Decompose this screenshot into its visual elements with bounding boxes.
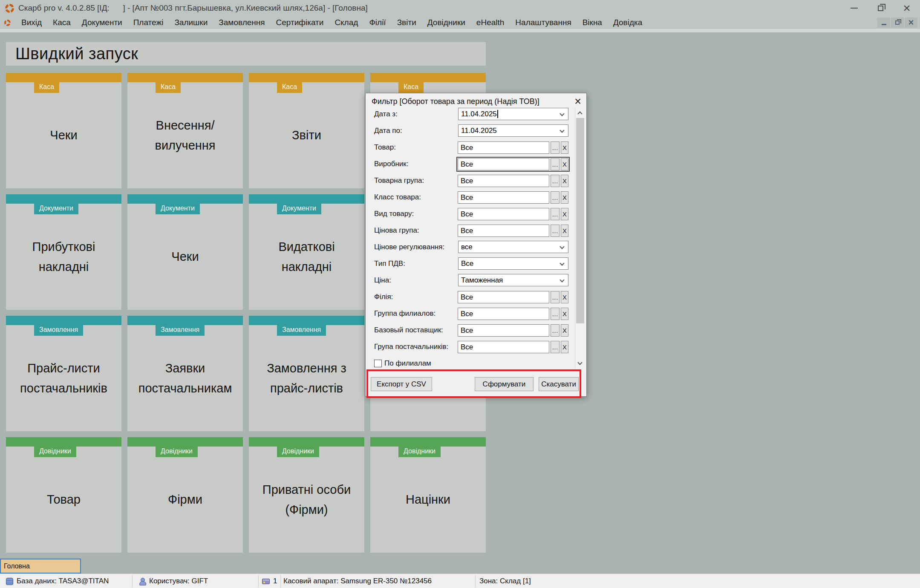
filter-row-2: Дата по:11.04.2025 <box>374 124 579 138</box>
status-bar: База даних: TASA3@TITANКористувач: GIFT1… <box>0 574 920 588</box>
filter-row-5: Товарна група:Все…X <box>374 174 579 188</box>
menu-item-6[interactable]: Замовлення <box>213 18 270 27</box>
lookup-browse-button[interactable]: … <box>551 291 559 303</box>
lookup-browse-button[interactable]: … <box>551 208 559 220</box>
scrollbar-thumb[interactable] <box>576 118 584 323</box>
filter-value-input[interactable]: Все <box>458 341 549 353</box>
status-separator <box>132 575 133 588</box>
filter-value: все <box>461 243 473 251</box>
text-caret <box>497 110 498 118</box>
tile-9[interactable]: ЗамовленняПрайс-листи постачальників <box>6 316 121 431</box>
tile-category-bar <box>6 194 121 204</box>
filter-value-input[interactable]: Все <box>458 225 549 237</box>
menu-item-9[interactable]: Філії <box>363 18 391 27</box>
by-branches-row: По филиалам <box>374 359 431 368</box>
filter-row-15: Група постачальників:Все…X <box>374 340 579 355</box>
restore-button[interactable] <box>867 0 894 16</box>
tile-10[interactable]: ЗамовленняЗаявки постачальникам <box>127 316 243 431</box>
filter-value-input[interactable]: Все <box>458 141 549 154</box>
by-branches-label: По филиалам <box>384 359 431 368</box>
lookup-browse-button[interactable]: … <box>551 158 559 170</box>
filter-combobox[interactable]: Таможенная <box>458 274 568 286</box>
lookup-browse-button[interactable]: … <box>551 175 559 187</box>
menu-item-10[interactable]: Звіти <box>392 18 422 27</box>
filter-value-input[interactable]: Все <box>458 158 549 170</box>
menu-item-1[interactable]: Вихід <box>16 18 47 27</box>
tile-category-bar <box>6 73 121 82</box>
tile-category-bar <box>127 73 243 82</box>
lookup-clear-button[interactable]: X <box>561 141 568 154</box>
app-logo-small-icon <box>4 20 11 26</box>
tile-14[interactable]: ДовідникиФірми <box>127 437 243 553</box>
lookup-clear-button[interactable]: X <box>561 225 568 237</box>
window-title: Скарб pro v. 4.0.2.85 [ІД: ] - [Апт №003… <box>18 3 368 13</box>
lookup-clear-button[interactable]: X <box>561 291 568 303</box>
tile-11[interactable]: ЗамовленняЗамовлення з прайс-листів <box>249 316 364 431</box>
tile-13[interactable]: ДовідникиТовар <box>6 437 121 553</box>
menu-item-11[interactable]: Довідники <box>422 18 471 27</box>
by-branches-checkbox[interactable] <box>374 360 382 367</box>
menu-item-12[interactable]: eHealth <box>471 18 510 27</box>
lookup-clear-button[interactable]: X <box>561 341 568 353</box>
lookup-clear-button[interactable]: X <box>561 208 568 220</box>
filter-value-input[interactable]: Все <box>458 324 549 337</box>
dialog-close-button[interactable]: × <box>574 95 581 108</box>
mdi-close-icon: × <box>908 18 914 27</box>
chevron-down-icon <box>559 111 564 116</box>
status-text: База даних: TASA3@TITAN <box>17 577 109 585</box>
menu-item-14[interactable]: Вікна <box>577 18 608 27</box>
filter-combobox[interactable]: 11.04.2025 <box>458 108 568 120</box>
tile-category-bar <box>127 437 243 447</box>
lookup-browse-button[interactable]: … <box>551 191 559 204</box>
filter-value-input[interactable]: Все <box>458 175 549 187</box>
lookup-clear-button[interactable]: X <box>561 175 568 187</box>
mdi-minimize-button[interactable] <box>877 17 890 28</box>
mdi-close-button[interactable]: × <box>905 17 917 28</box>
filter-value: Все <box>461 259 473 268</box>
lookup-clear-button[interactable]: X <box>561 324 568 337</box>
filter-combobox[interactable]: все <box>458 241 568 253</box>
scroll-up-icon[interactable] <box>577 111 582 116</box>
filter-combobox[interactable]: 11.04.2025 <box>458 124 568 137</box>
close-button[interactable]: × <box>894 0 920 16</box>
tile-5[interactable]: ДокументиПрибуткові накладні <box>6 194 121 310</box>
scroll-down-icon[interactable] <box>577 360 582 365</box>
menu-item-13[interactable]: Налаштування <box>510 18 577 27</box>
lookup-clear-button[interactable]: X <box>561 191 568 204</box>
tile-16[interactable]: ДовідникиНацінки <box>370 437 486 553</box>
tab-holovna[interactable]: Головна <box>0 559 81 574</box>
status-separator <box>475 575 476 588</box>
minimize-button[interactable] <box>841 0 867 16</box>
menu-item-15[interactable]: Довідка <box>608 18 648 27</box>
menu-item-8[interactable]: Склад <box>329 18 363 27</box>
tile-6[interactable]: ДокументиЧеки <box>127 194 243 310</box>
lookup-clear-button[interactable]: X <box>561 308 568 320</box>
lookup-browse-button[interactable]: … <box>551 141 559 154</box>
dialog-scrollbar[interactable] <box>575 108 585 370</box>
status-item-4: Касовий апарат: Samsung ER-350 №123456 <box>283 574 432 588</box>
menu-item-2[interactable]: Каса <box>47 18 76 27</box>
tile-3[interactable]: КасаЗвіти <box>249 73 364 188</box>
tile-2[interactable]: КасаВнесення/вилучення <box>127 73 243 188</box>
menu-item-4[interactable]: Платежі <box>128 18 169 27</box>
menu-item-3[interactable]: Документи <box>76 18 128 27</box>
filter-value-input[interactable]: Все <box>458 308 549 320</box>
lookup-browse-button[interactable]: … <box>551 324 559 337</box>
tile-label: Заявки постачальникам <box>127 325 243 431</box>
mdi-restore-button[interactable] <box>891 17 904 28</box>
lookup-browse-button[interactable]: … <box>551 308 559 320</box>
lookup-browse-button[interactable]: … <box>551 225 559 237</box>
menu-item-7[interactable]: Сертифікати <box>271 18 329 27</box>
tile-7[interactable]: ДокументиВидаткові накладні <box>249 194 364 310</box>
tile-1[interactable]: КасаЧеки <box>6 73 121 188</box>
tile-15[interactable]: ДовідникиПриватні особи (Фірми) <box>249 437 364 553</box>
filter-value-input[interactable]: Все <box>458 208 549 220</box>
filter-value-input[interactable]: Все <box>458 291 549 303</box>
filter-combobox[interactable]: Все <box>458 257 568 270</box>
lookup-browse-button[interactable]: … <box>551 341 559 353</box>
tile-label: Видаткові накладні <box>249 204 364 310</box>
menu-item-5[interactable]: Залишки <box>169 18 213 27</box>
filter-value-input[interactable]: Все <box>458 191 549 204</box>
tile-label: Звіти <box>249 82 364 188</box>
lookup-clear-button[interactable]: X <box>561 158 568 170</box>
